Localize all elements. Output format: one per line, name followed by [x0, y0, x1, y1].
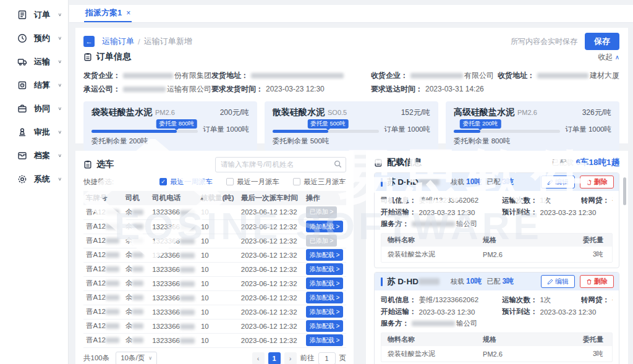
driver-cell: 余	[123, 333, 150, 347]
sidebar-item-archive[interactable]: 档案 ∨	[0, 146, 68, 164]
filter-checkbox[interactable]: ✓最近一周派车	[159, 177, 213, 187]
detail-value: 2023-03-23 12:30	[419, 209, 475, 216]
sidebar-item-truck[interactable]: 运输 ∨	[0, 53, 68, 70]
table-row[interactable]: 晋A12 余 1323366 10 2023-06-12 12:32 添加配载 …	[83, 262, 346, 276]
table-row[interactable]: 晋A12 余 1323366 10 2023-06-12 12:32 添加配载 …	[83, 319, 346, 333]
chevron-down-icon: ∨	[57, 36, 62, 41]
delete-button[interactable]: 删除	[580, 176, 614, 188]
detail-field: 预计到达： 2023-03-23 12:30	[502, 307, 613, 316]
vehicle-search-input[interactable]	[215, 157, 346, 172]
detail-label: 转网贷：	[581, 196, 610, 205]
order-info-header: 订单信息 收起 ∧	[83, 50, 619, 64]
page-number-button[interactable]: 1	[268, 352, 281, 364]
order-field: 发货地址：	[211, 70, 371, 81]
redacted-text	[123, 73, 173, 78]
load-card: 苏 D·HD 核载 10吨 已配 3吨 编辑 删除 司机信息： 姜维/13233…	[374, 172, 619, 268]
order-field: 要求发货时间：2023-03-23 12:30	[211, 84, 371, 95]
goto-label: 前往	[300, 353, 315, 363]
order-quantity: 订单量 1000吨	[565, 125, 611, 134]
time-cell: 2023-06-12 12:32	[239, 319, 304, 333]
load-card: 苏 D·HD 核载 10吨 已配 3吨 编辑 删除 司机信息： 姜维/13233…	[374, 272, 619, 364]
field-value: 2023-03-23 12:30	[266, 85, 325, 93]
edit-button[interactable]: 编辑	[541, 176, 575, 188]
add-load-button[interactable]: 添加配载 >	[306, 320, 344, 332]
detail-field: 运输次数： 1次	[502, 196, 581, 205]
tab-close-icon[interactable]: ×	[126, 9, 130, 17]
page-size-select[interactable]: 10条/页 ∨	[116, 352, 157, 364]
sidebar-item-stamp[interactable]: 审批 ∨	[0, 123, 68, 141]
sidebar-item-clock[interactable]: 预约 ∨	[0, 29, 68, 47]
detail-field: 司机信息： 姜维/13233662062	[381, 196, 502, 205]
order-info-section: ← 运输订单 / 运输订单新增 所写内容会实时保存 保存 订单信息 收起 ∧ 发…	[75, 28, 628, 143]
scrollbar-thumb[interactable]	[623, 177, 626, 205]
detail-field: 司机信息： 姜维/13233662062	[381, 295, 502, 305]
table-row[interactable]: 晋A12 余 1323366 10 2023-06-12 12:32 添加配载 …	[83, 219, 346, 234]
driver-cell: 余	[123, 290, 150, 305]
goto-page-input[interactable]	[318, 352, 336, 364]
product-name: 散装硅酸水泥	[273, 107, 325, 118]
sidebar-item-document[interactable]: 订单 ∨	[0, 6, 68, 23]
product-card: 散装硅酸水泥 SO0.5 152元/吨 委托量 500吨 订单量 1000吨 委…	[265, 101, 438, 151]
collapse-toggle[interactable]: 收起 ∧	[598, 52, 619, 62]
sidebar-item-safe[interactable]: 结算 ∨	[0, 76, 68, 94]
breadcrumb-parent-link[interactable]: 运输订单	[102, 36, 134, 47]
table-row[interactable]: 晋A12 余 1323366 10 2023-06-12 12:32 添加配载 …	[83, 290, 346, 305]
chevron-down-icon: ∨	[57, 12, 62, 17]
table-row[interactable]: 晋A12 余 1323366 10 2023-06-12 12:32 添加配载 …	[83, 305, 346, 319]
material-col: 规格	[483, 335, 561, 344]
plate-cell: 晋A12	[83, 248, 123, 262]
add-load-button[interactable]: 添加配载 >	[306, 221, 344, 232]
phone-cell: 1323366	[150, 333, 198, 347]
table-row[interactable]: 晋A12 余 1323366 10 2023-06-12 12:32 已添加 >	[83, 205, 346, 219]
table-row[interactable]: 晋A12 余 1323366 10 2023-06-12 12:32 添加配载 …	[83, 248, 346, 262]
prev-page-button[interactable]: ‹	[252, 352, 265, 364]
back-button[interactable]: ←	[83, 36, 95, 47]
sidebar-item-briefcase[interactable]: 协同 ∨	[0, 99, 68, 117]
product-name: 袋装硅酸盐水泥	[91, 107, 152, 118]
add-load-button[interactable]: 添加配载 >	[306, 263, 344, 275]
add-load-button[interactable]: 添加配载 >	[306, 306, 344, 318]
phone-cell: 1323366	[150, 205, 198, 219]
add-load-button[interactable]: 添加配载 >	[306, 277, 344, 289]
time-cell: 2023-06-12 12:32	[239, 234, 304, 248]
next-page-button[interactable]: ›	[284, 352, 297, 364]
filter-checkbox[interactable]: 最近三月派车	[293, 177, 346, 187]
checkbox-icon[interactable]	[293, 178, 300, 185]
plate-cell: 晋A12	[83, 205, 123, 219]
driver-cell: 余	[123, 276, 150, 290]
column-header: 最后一次派车时间	[239, 191, 304, 205]
search-icon[interactable]	[334, 160, 342, 168]
edit-button[interactable]: 编辑	[541, 275, 575, 288]
detail-label: 服务方：	[381, 219, 409, 229]
remaining-quantity: 委托剩余量 500吨	[273, 137, 430, 146]
capacity-cell: 10	[198, 276, 239, 290]
table-row[interactable]: 晋A12 余 1323366 10 2023-06-12 12:32 添加配载 …	[83, 333, 346, 347]
save-button[interactable]: 保存	[585, 33, 619, 50]
detail-label: 运输次数：	[502, 295, 538, 305]
chevron-down-icon: ∨	[57, 130, 62, 135]
add-load-button[interactable]: 添加配载 >	[306, 249, 344, 261]
table-row[interactable]: 晋A12 余 1323366 10 2023-06-12 12:32 添加配载 …	[83, 276, 346, 290]
field-value: 份有限集团	[174, 70, 211, 81]
delete-button[interactable]: 删除	[580, 275, 614, 288]
add-load-button[interactable]: 添加配载 >	[306, 292, 344, 303]
checkbox-icon[interactable]: ✓	[159, 178, 167, 185]
order-field: 发货企业：份有限集团	[83, 70, 211, 81]
detail-value: 姜维/13233662062	[419, 295, 479, 305]
chevron-down-icon: ∨	[57, 83, 62, 88]
phone-cell: 1323366	[150, 305, 198, 319]
plate-cell: 晋A12	[83, 234, 123, 248]
order-field: 要求送达时间：2023-03-31 14:26	[371, 84, 619, 95]
sidebar-item-gear[interactable]: 系统 ∨	[0, 170, 68, 188]
material-col: 规格	[483, 235, 561, 245]
progress-bar	[273, 130, 379, 133]
detail-field: 服务方： 输公司	[381, 319, 613, 328]
checkbox-icon[interactable]	[226, 178, 234, 185]
filter-checkbox[interactable]: 最近一月派车	[226, 177, 279, 187]
commission-badge: 委托量 200吨	[460, 119, 501, 129]
field-label: 收货地址：	[498, 70, 535, 81]
table-row[interactable]: 晋A12 余 1323366 10 2023-06-12 12:32 已添加 >	[83, 234, 346, 248]
tab-dispatch-plan[interactable]: 指派方案1 ×	[84, 5, 132, 22]
add-load-button[interactable]: 添加配载 >	[306, 334, 344, 346]
quick-filter-label: 快捷筛选:	[83, 177, 114, 187]
